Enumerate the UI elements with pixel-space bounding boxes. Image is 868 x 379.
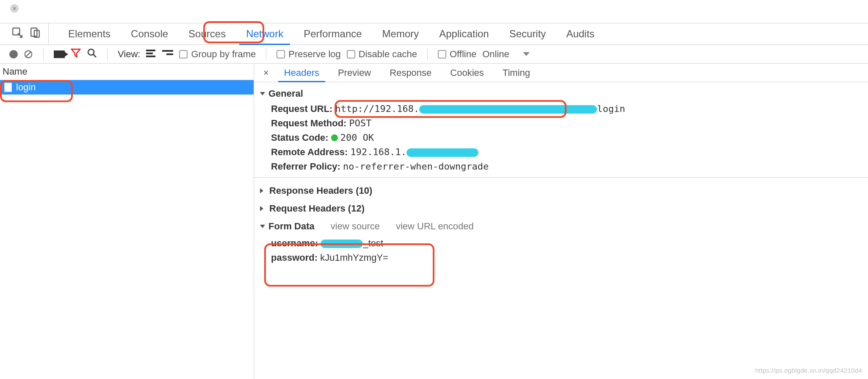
detail-tab-cookies[interactable]: Cookies: [441, 64, 493, 82]
redacted-segment: [406, 148, 478, 157]
form-password-value: kJu1mhYzmgY=: [320, 252, 388, 263]
network-content: Name login × Headers Preview Response Co…: [0, 64, 868, 379]
status-dot-icon: [331, 134, 338, 141]
response-headers-label: Response Headers (10): [269, 185, 372, 196]
section-form-data[interactable]: Form Data view source view URL encoded: [258, 217, 868, 234]
request-name: login: [16, 82, 36, 93]
tab-performance[interactable]: Performance: [293, 23, 372, 45]
remote-address-row: Remote Address: 192.168.1.: [258, 145, 868, 159]
referrer-policy-label: Referrer Policy:: [271, 161, 340, 172]
devtools-top-icons: [4, 23, 49, 45]
detail-tab-headers[interactable]: Headers: [275, 64, 329, 82]
request-url-prefix: http://192.168.: [335, 103, 420, 114]
offline-label: Offline: [450, 49, 476, 60]
request-detail-tabs: × Headers Preview Response Cookies Timin…: [254, 64, 868, 82]
tab-application[interactable]: Application: [429, 23, 499, 45]
tab-console[interactable]: Console: [121, 23, 178, 45]
toolbar-separator: [107, 48, 108, 60]
caret-down-icon: [260, 225, 265, 228]
offline-checkbox[interactable]: Offline: [438, 49, 476, 60]
request-url-label: Request URL:: [271, 103, 332, 114]
request-headers-label: Request Headers (12): [269, 203, 365, 214]
view-large-icon[interactable]: [146, 50, 156, 59]
section-request-headers[interactable]: Request Headers (12): [258, 199, 868, 217]
divider: [254, 177, 868, 178]
toolbar-separator: [43, 48, 44, 60]
request-method-row: Request Method: POST: [258, 116, 868, 131]
close-detail-button[interactable]: ×: [257, 67, 275, 78]
tab-sources[interactable]: Sources: [178, 23, 236, 45]
status-code-row: Status Code: 200 OK: [258, 131, 868, 145]
headers-panel: General Request URL: http://192.168.logi…: [254, 82, 868, 379]
section-response-headers[interactable]: Response Headers (10): [258, 181, 868, 199]
view-label: View:: [118, 49, 140, 60]
window-close-button[interactable]: [10, 4, 19, 13]
requests-pane: Name login: [0, 64, 254, 379]
view-source-link[interactable]: view source: [331, 221, 380, 232]
request-method-label: Request Method:: [271, 118, 346, 128]
form-data-label: Form Data: [268, 221, 315, 232]
toolbar-separator: [266, 48, 266, 60]
section-general-label: General: [268, 88, 303, 99]
devtools-main-tabs: Elements Console Sources Network Perform…: [58, 23, 605, 45]
tab-memory[interactable]: Memory: [372, 23, 429, 45]
form-row-username: username: _test: [271, 236, 868, 251]
request-row-login[interactable]: login: [0, 80, 254, 95]
section-general[interactable]: General: [258, 84, 868, 102]
group-by-frame-label: Group by frame: [191, 49, 256, 60]
status-code-label: Status Code:: [271, 132, 329, 143]
form-password-label: password:: [271, 252, 318, 263]
remote-address-prefix: 192.168.1.: [350, 147, 406, 157]
tab-security[interactable]: Security: [499, 23, 556, 45]
caret-down-icon: [260, 92, 265, 95]
devtools-tabs-bar: Elements Console Sources Network Perform…: [0, 23, 868, 45]
screenshot-icon[interactable]: [54, 50, 65, 58]
throttling-value[interactable]: Online: [482, 49, 509, 60]
record-button[interactable]: [9, 50, 18, 59]
svg-line-4: [26, 51, 31, 57]
form-username-suffix: _test: [363, 238, 383, 248]
form-username-label: username:: [271, 238, 318, 248]
network-toolbar: View: Group by frame Preserve log Disabl…: [0, 45, 868, 64]
tab-network[interactable]: Network: [236, 23, 293, 45]
request-url-suffix: login: [597, 103, 625, 114]
svg-point-5: [88, 49, 94, 55]
toolbar-separator: [427, 48, 428, 60]
disable-cache-label: Disable cache: [359, 49, 417, 60]
group-by-frame-checkbox[interactable]: Group by frame: [179, 49, 256, 60]
request-detail-pane: × Headers Preview Response Cookies Timin…: [254, 64, 868, 379]
document-icon: [4, 83, 12, 92]
request-url-row: Request URL: http://192.168.login: [258, 102, 868, 116]
tab-elements[interactable]: Elements: [58, 23, 121, 45]
referrer-policy-value: no-referrer-when-downgrade: [343, 161, 489, 172]
inspect-icon[interactable]: [12, 27, 23, 41]
remote-address-label: Remote Address:: [271, 147, 348, 157]
svg-line-6: [93, 54, 96, 57]
filter-icon[interactable]: [71, 48, 81, 61]
search-icon[interactable]: [87, 48, 97, 61]
requests-name-header[interactable]: Name: [0, 64, 254, 80]
clear-button[interactable]: [24, 50, 33, 59]
preserve-log-checkbox[interactable]: Preserve log: [276, 49, 341, 60]
caret-right-icon: [260, 206, 266, 211]
status-code-value: 200 OK: [340, 132, 374, 143]
detail-tab-response[interactable]: Response: [380, 64, 441, 82]
disable-cache-checkbox[interactable]: Disable cache: [347, 49, 417, 60]
preserve-log-label: Preserve log: [288, 49, 341, 60]
referrer-policy-row: Referrer Policy: no-referrer-when-downgr…: [258, 159, 868, 174]
tab-audits[interactable]: Audits: [556, 23, 605, 45]
form-data-block: username: _test password: kJu1mhYzmgY=: [258, 234, 868, 269]
view-url-encoded-link[interactable]: view URL encoded: [396, 221, 474, 232]
form-row-password: password: kJu1mhYzmgY=: [271, 251, 868, 265]
caret-right-icon: [260, 188, 266, 193]
device-toggle-icon[interactable]: [30, 27, 41, 41]
detail-tab-preview[interactable]: Preview: [329, 64, 380, 82]
redacted-segment: [419, 105, 597, 114]
watermark-text: https://ps.ogbigde.sn.in/qqd24210d4: [755, 367, 862, 374]
redacted-segment: [321, 240, 363, 248]
view-waterfall-icon[interactable]: [162, 50, 173, 59]
detail-tab-timing[interactable]: Timing: [493, 64, 539, 82]
request-method-value: POST: [349, 118, 372, 128]
throttling-dropdown-icon[interactable]: [523, 52, 530, 56]
